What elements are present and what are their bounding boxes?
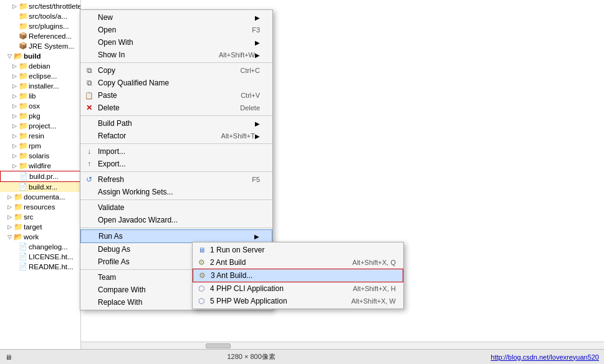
tree-item[interactable]: 📄build.xr...: [0, 182, 80, 192]
tree-item-label: build.pr...: [29, 173, 59, 180]
tree-item[interactable]: ▷📁rpm: [0, 141, 80, 151]
folder-icon: 📁: [19, 112, 27, 120]
tree-item-label: pkg: [29, 112, 41, 120]
tree-item[interactable]: ▷📁eclipse...: [0, 71, 80, 81]
folder-icon: 📁: [19, 122, 27, 130]
run-as-submenu-item[interactable]: ⬡5 PHP Web ApplicationAlt+Shift+X, W: [193, 295, 403, 307]
paste-icon: 📋: [84, 90, 94, 100]
submenu-arrow-icon: ▶: [255, 52, 260, 59]
menu-item-label: Copy Qualified Name: [98, 79, 260, 87]
folder-icon: 📁: [14, 223, 22, 231]
run-as-submenu-item[interactable]: ⚙3 Ant Build...: [193, 269, 403, 282]
xml-file-icon: 📄: [19, 183, 27, 191]
menu-item[interactable]: Open With▶: [80, 36, 272, 49]
tree-item[interactable]: 📄build.pr...: [0, 171, 80, 182]
submenu-item-label: 2 Ant Build: [210, 258, 347, 267]
submenu-item-shortcut: Alt+Shift+X, H: [353, 285, 396, 292]
tree-item[interactable]: ▽📂build: [0, 51, 80, 61]
tree-item-label: build.xr...: [29, 183, 57, 191]
tree-item[interactable]: ▷📁target: [0, 222, 80, 232]
menu-item[interactable]: ↑Export...: [80, 158, 272, 170]
tree-item[interactable]: ▷📁project...: [0, 121, 80, 131]
menu-item[interactable]: New▶: [80, 11, 272, 24]
tree-arrow-icon: ▽: [7, 234, 14, 240]
submenu-arrow-icon: ▶: [255, 14, 260, 21]
tree-item[interactable]: ▷📁documenta...: [0, 192, 80, 202]
tree-item[interactable]: 📄README.ht...: [0, 262, 80, 272]
tree-item[interactable]: 📄changelog...: [0, 242, 80, 252]
ant-icon: ⚙: [197, 271, 207, 280]
tree-item[interactable]: ▷📁src: [0, 212, 80, 222]
tree-item-label: project...: [29, 122, 56, 130]
tree-item[interactable]: ▷📁installer...: [0, 81, 80, 91]
run-as-submenu-item[interactable]: 🖥1 Run on Server: [193, 244, 403, 256]
tree-arrow-icon: ▷: [12, 93, 19, 99]
menu-item[interactable]: Assign Working Sets...: [80, 186, 272, 198]
delete-icon: ✕: [84, 103, 94, 113]
tree-item[interactable]: ▷📁solaris: [0, 151, 80, 161]
folder-icon: 📁: [19, 62, 27, 70]
menu-item[interactable]: 📋PasteCtrl+V: [80, 89, 272, 102]
screen-icon: 🖥: [5, 353, 12, 361]
menu-item-shortcut: Alt+Shift+T: [221, 132, 255, 140]
menu-item-label: Show In: [98, 50, 214, 59]
menu-item[interactable]: ↺RefreshF5: [80, 173, 272, 186]
menu-item[interactable]: RefactorAlt+Shift+T▶: [80, 130, 272, 142]
menu-item-label: Validate: [98, 203, 260, 212]
tree-arrow-icon: ▷: [12, 143, 19, 149]
menu-item[interactable]: Open Javadoc Wizard...: [80, 214, 272, 226]
tree-arrow-icon: ▷: [12, 3, 19, 9]
menu-icon: [84, 203, 94, 213]
menu-icon: [84, 118, 94, 128]
tree-item-label: resources: [24, 203, 55, 211]
tree-arrow-icon: ▷: [12, 63, 19, 69]
menu-item[interactable]: ↓Import...: [80, 145, 272, 158]
server-icon: 🖥: [196, 245, 206, 255]
tree-arrow-icon: ▷: [12, 133, 19, 139]
menu-item[interactable]: Run As▶: [80, 229, 272, 243]
tree-item[interactable]: ▷📁wildfire: [0, 161, 80, 171]
menu-icon: [84, 257, 94, 267]
submenu-arrow-icon: ▶: [255, 39, 260, 46]
menu-item-label: New: [98, 13, 255, 22]
tree-item[interactable]: ▷📁resources: [0, 202, 80, 212]
tree-item[interactable]: ▷📁lib: [0, 91, 80, 101]
file-icon: 📄: [19, 252, 27, 261]
status-url[interactable]: http://blog.csdn.net/lovexreyuan520: [491, 353, 599, 361]
tree-item[interactable]: ▷📁pkg: [0, 111, 80, 121]
menu-item[interactable]: ✕DeleteDelete: [80, 102, 272, 114]
tree-item[interactable]: ▷📁resin: [0, 131, 80, 141]
tree-item[interactable]: ▷📁src/test/throttletest/src: [0, 1, 80, 11]
tree-item[interactable]: 📦Referenced...: [0, 31, 80, 41]
horizontal-scrollbar[interactable]: [81, 342, 604, 349]
tree-item[interactable]: ▷📁osx: [0, 101, 80, 111]
tree-item[interactable]: ▽📂work: [0, 232, 80, 242]
run-as-submenu-item[interactable]: ⚙2 Ant BuildAlt+Shift+X, Q: [193, 256, 403, 269]
folder-icon: 📁: [19, 92, 27, 100]
menu-icon: [84, 285, 94, 295]
menu-item[interactable]: Validate: [80, 201, 272, 214]
scrollbar-thumb[interactable]: [206, 343, 231, 348]
tree-item[interactable]: 📁src/plugins...: [0, 21, 80, 31]
menu-icon: [84, 187, 94, 197]
menu-item[interactable]: Build Path▶: [80, 117, 272, 130]
run-as-submenu-item[interactable]: ⬡4 PHP CLI ApplicationAlt+Shift+X, H: [193, 282, 403, 295]
menu-item[interactable]: ⧉Copy Qualified Name: [80, 77, 272, 89]
menu-item-shortcut: F5: [252, 176, 260, 183]
menu-item-label: Open: [98, 26, 247, 34]
menu-icon: [84, 37, 94, 47]
tree-item[interactable]: 📄LICENSE.ht...: [0, 252, 80, 262]
menu-item[interactable]: ⧉CopyCtrl+C: [80, 64, 272, 77]
status-resolution: 1280 × 800像素: [12, 352, 491, 362]
reference-icon: 📦: [19, 42, 27, 50]
menu-icon: [84, 131, 94, 141]
menu-item-label: Open With: [98, 38, 255, 47]
menu-separator: [80, 171, 272, 172]
menu-item[interactable]: OpenF3: [80, 24, 272, 36]
tree-item[interactable]: ▷📁debian: [0, 61, 80, 71]
menu-item[interactable]: Show InAlt+Shift+W▶: [80, 49, 272, 61]
tree-item[interactable]: 📁src/tools/a...: [0, 11, 80, 21]
tree-item-label: resin: [29, 132, 44, 140]
folder-icon: 📂: [14, 232, 22, 241]
tree-item[interactable]: 📦JRE System...: [0, 41, 80, 51]
